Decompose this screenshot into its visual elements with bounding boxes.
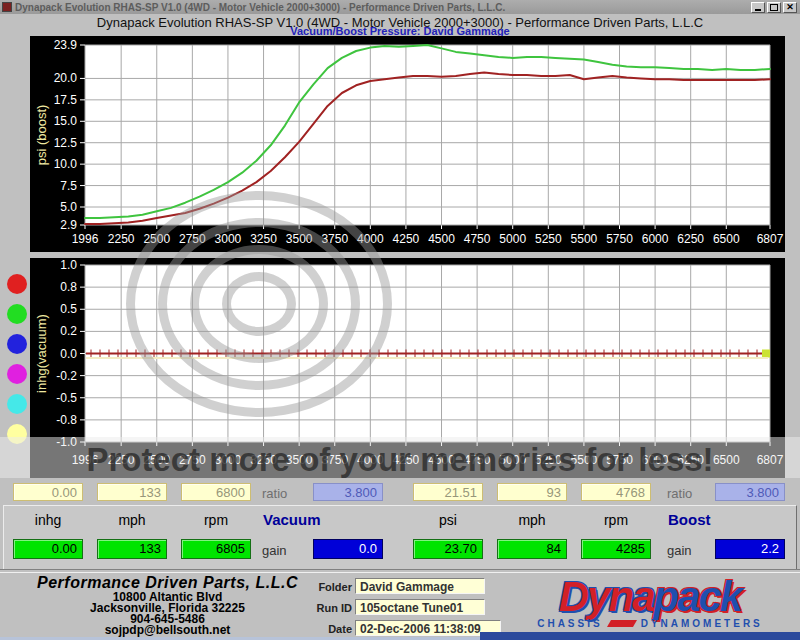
channel-dot-red[interactable] — [7, 274, 27, 294]
svg-text:4500: 4500 — [428, 232, 455, 246]
svg-text:2250: 2250 — [108, 232, 135, 246]
svg-text:4500: 4500 — [428, 453, 455, 467]
svg-text:-0.2: -0.2 — [56, 369, 77, 383]
channel-dot-cyan[interactable] — [7, 394, 27, 414]
svg-text:1996: 1996 — [72, 232, 99, 246]
vacuum-gain-label: gain — [262, 543, 306, 558]
svg-text:5750: 5750 — [606, 453, 633, 467]
channel-dot-blue[interactable] — [7, 334, 27, 354]
logo-pack-text: pack — [653, 573, 741, 620]
boost-gain-label: gain — [667, 543, 711, 558]
svg-text:4750: 4750 — [464, 453, 491, 467]
boost-ratio-label: ratio — [667, 486, 711, 501]
boost-psi-peak-field[interactable]: 21.51 — [413, 483, 483, 501]
svg-text:3250: 3250 — [250, 453, 277, 467]
vacuum-inhg-peak-field[interactable]: 0.00 — [13, 483, 83, 501]
svg-text:4250: 4250 — [393, 453, 420, 467]
svg-text:4000: 4000 — [357, 453, 384, 467]
svg-text:3500: 3500 — [286, 232, 313, 246]
svg-text:6500: 6500 — [713, 232, 740, 246]
boost-psi-live-field[interactable]: 23.70 — [413, 539, 483, 559]
vacuum-mph-peak-field[interactable]: 133 — [97, 483, 167, 501]
svg-text:2.9: 2.9 — [60, 218, 77, 232]
y-axis-label: psi (boost) — [34, 105, 49, 166]
svg-text:5500: 5500 — [571, 453, 598, 467]
svg-text:4250: 4250 — [393, 232, 420, 246]
svg-text:10.0: 10.0 — [54, 157, 78, 171]
vacuum-col-mph: mph — [97, 512, 167, 528]
window-title: Dynapack Evolution RHAS-SP V1.0 (4WD - M… — [15, 2, 751, 13]
vacuum-rpm-peak-field[interactable]: 6800 — [181, 483, 251, 501]
svg-text:3750: 3750 — [321, 232, 348, 246]
channel-dot-green[interactable] — [7, 304, 27, 324]
svg-text:20.0: 20.0 — [54, 71, 78, 85]
vacuum-gain-field[interactable]: 0.0 — [313, 539, 383, 559]
svg-text:5750: 5750 — [606, 232, 633, 246]
vacuum-section-header: Vacuum — [263, 511, 321, 528]
vacuum-ratio-field[interactable]: 3.800 — [313, 483, 383, 501]
restore-button[interactable] — [767, 2, 781, 13]
window-titlebar: Dynapack Evolution RHAS-SP V1.0 (4WD - M… — [0, 0, 800, 14]
company-email: sojpdp@bellsouth.net — [0, 625, 335, 636]
svg-text:3500: 3500 — [286, 453, 313, 467]
cursor-marker — [762, 350, 770, 358]
svg-text:-1.0: -1.0 — [56, 435, 77, 449]
boost-rpm-peak-field[interactable]: 4768 — [581, 483, 651, 501]
company-info: Performance Driven Parts, L.L.C 10800 Al… — [0, 574, 335, 636]
boost-chart-canvas: 1996225025002750300032503500375040004250… — [30, 36, 785, 252]
logo-swoosh-icon — [607, 620, 637, 627]
boost-gain-field[interactable]: 2.2 — [715, 539, 785, 559]
svg-text:-0.8: -0.8 — [56, 413, 77, 427]
svg-text:3000: 3000 — [215, 232, 242, 246]
vacuum-mph-live-field[interactable]: 133 — [97, 539, 167, 559]
date-label: Date — [292, 623, 352, 635]
svg-text:0.8: 0.8 — [60, 280, 77, 294]
boost-mph-live-field[interactable]: 84 — [497, 539, 567, 559]
boost-pressure-chart[interactable]: 1996225025002750300032503500375040004250… — [30, 36, 785, 252]
boost-ratio-field[interactable]: 3.800 — [715, 483, 785, 501]
svg-text:5500: 5500 — [571, 232, 598, 246]
boost-col-mph: mph — [497, 512, 567, 528]
logo-dynamometers-text: DYNAMOMETERS — [641, 618, 763, 629]
svg-text:4000: 4000 — [357, 232, 384, 246]
boost-col-psi: psi — [413, 512, 483, 528]
boost-rpm-live-field[interactable]: 4285 — [581, 539, 651, 559]
svg-text:6250: 6250 — [677, 232, 704, 246]
runid-field[interactable]: 105octane Tune01 — [355, 599, 485, 615]
boost-mph-peak-field[interactable]: 93 — [497, 483, 567, 501]
svg-text:6500: 6500 — [713, 453, 740, 467]
dynapack-logo: Dynapack CHASSIS DYNAMOMETERS — [505, 578, 795, 629]
svg-text:17.5: 17.5 — [54, 93, 78, 107]
folder-field[interactable]: David Gammage — [355, 578, 485, 594]
channel-dot-yellow[interactable] — [7, 424, 27, 444]
dynapack-window: Dynapack Evolution RHAS-SP V1.0 (4WD - M… — [0, 0, 800, 640]
close-button[interactable]: ✕ — [783, 2, 797, 13]
svg-text:15.0: 15.0 — [54, 114, 78, 128]
svg-text:3750: 3750 — [321, 453, 348, 467]
vacuum-rpm-live-field[interactable]: 6805 — [181, 539, 251, 559]
svg-text:5.0: 5.0 — [60, 200, 77, 214]
y-axis-label: inhg(vacuum) — [34, 314, 49, 393]
svg-text:4750: 4750 — [464, 232, 491, 246]
vacuum-chart-canvas: 1996225025002750300032503500375040004250… — [30, 258, 785, 478]
minimize-button[interactable] — [751, 2, 765, 13]
svg-text:3250: 3250 — [250, 232, 277, 246]
app-icon — [2, 2, 12, 12]
svg-text:-0.5: -0.5 — [56, 391, 77, 405]
svg-text:5250: 5250 — [535, 232, 562, 246]
vacuum-chart[interactable]: 1996225025002750300032503500375040004250… — [30, 258, 785, 478]
logo-dyna-text: Dyna — [559, 573, 654, 620]
channel-dot-magenta[interactable] — [7, 364, 27, 384]
background-window-edge-right[interactable] — [480, 632, 800, 640]
vacuum-col-rpm: rpm — [181, 512, 251, 528]
svg-text:5000: 5000 — [499, 453, 526, 467]
folder-label: Folder — [292, 581, 352, 593]
svg-text:5250: 5250 — [535, 453, 562, 467]
boost-col-rpm: rpm — [581, 512, 651, 528]
vacuum-col-inhg: inhg — [13, 512, 83, 528]
vacuum-inhg-live-field[interactable]: 0.00 — [13, 539, 83, 559]
svg-text:0.2: 0.2 — [60, 324, 77, 338]
svg-text:2250: 2250 — [108, 453, 135, 467]
svg-text:2750: 2750 — [179, 232, 206, 246]
svg-text:7.5: 7.5 — [60, 179, 77, 193]
